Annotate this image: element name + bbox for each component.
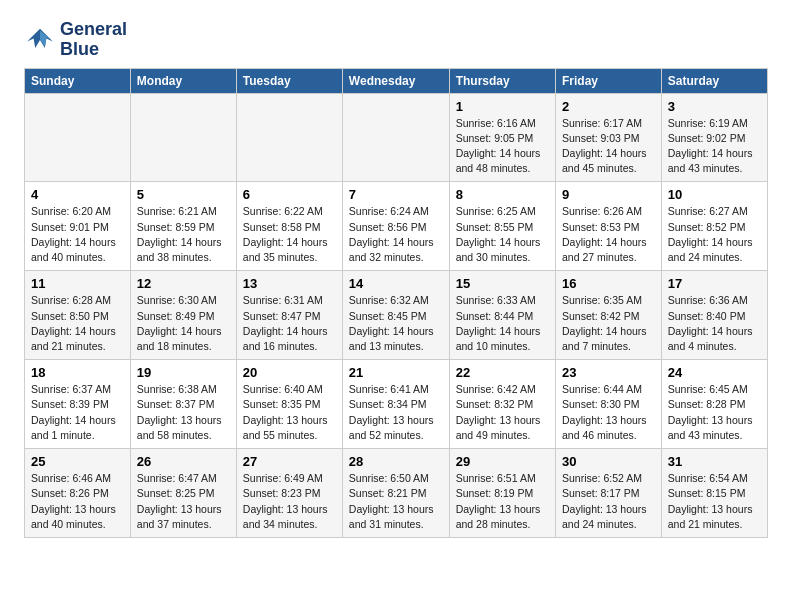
day-detail: Sunrise: 6:45 AM Sunset: 8:28 PM Dayligh… bbox=[668, 382, 761, 443]
day-detail: Sunrise: 6:21 AM Sunset: 8:59 PM Dayligh… bbox=[137, 204, 230, 265]
day-detail: Sunrise: 6:30 AM Sunset: 8:49 PM Dayligh… bbox=[137, 293, 230, 354]
day-detail: Sunrise: 6:16 AM Sunset: 9:05 PM Dayligh… bbox=[456, 116, 549, 177]
day-detail: Sunrise: 6:46 AM Sunset: 8:26 PM Dayligh… bbox=[31, 471, 124, 532]
day-number: 15 bbox=[456, 276, 549, 291]
calendar-cell: 29Sunrise: 6:51 AM Sunset: 8:19 PM Dayli… bbox=[449, 449, 555, 538]
calendar-week-3: 11Sunrise: 6:28 AM Sunset: 8:50 PM Dayli… bbox=[25, 271, 768, 360]
calendar-cell: 10Sunrise: 6:27 AM Sunset: 8:52 PM Dayli… bbox=[661, 182, 767, 271]
day-number: 17 bbox=[668, 276, 761, 291]
calendar-cell: 26Sunrise: 6:47 AM Sunset: 8:25 PM Dayli… bbox=[130, 449, 236, 538]
day-number: 11 bbox=[31, 276, 124, 291]
day-detail: Sunrise: 6:27 AM Sunset: 8:52 PM Dayligh… bbox=[668, 204, 761, 265]
day-detail: Sunrise: 6:24 AM Sunset: 8:56 PM Dayligh… bbox=[349, 204, 443, 265]
logo-text: General Blue bbox=[60, 20, 127, 60]
calendar-cell: 25Sunrise: 6:46 AM Sunset: 8:26 PM Dayli… bbox=[25, 449, 131, 538]
weekday-header-row: SundayMondayTuesdayWednesdayThursdayFrid… bbox=[25, 68, 768, 93]
day-number: 21 bbox=[349, 365, 443, 380]
day-detail: Sunrise: 6:47 AM Sunset: 8:25 PM Dayligh… bbox=[137, 471, 230, 532]
day-number: 1 bbox=[456, 99, 549, 114]
day-detail: Sunrise: 6:26 AM Sunset: 8:53 PM Dayligh… bbox=[562, 204, 655, 265]
day-number: 19 bbox=[137, 365, 230, 380]
weekday-header-monday: Monday bbox=[130, 68, 236, 93]
day-detail: Sunrise: 6:42 AM Sunset: 8:32 PM Dayligh… bbox=[456, 382, 549, 443]
day-detail: Sunrise: 6:17 AM Sunset: 9:03 PM Dayligh… bbox=[562, 116, 655, 177]
weekday-header-thursday: Thursday bbox=[449, 68, 555, 93]
day-number: 12 bbox=[137, 276, 230, 291]
calendar-week-2: 4Sunrise: 6:20 AM Sunset: 9:01 PM Daylig… bbox=[25, 182, 768, 271]
calendar-cell: 14Sunrise: 6:32 AM Sunset: 8:45 PM Dayli… bbox=[342, 271, 449, 360]
calendar-cell: 21Sunrise: 6:41 AM Sunset: 8:34 PM Dayli… bbox=[342, 360, 449, 449]
weekday-header-sunday: Sunday bbox=[25, 68, 131, 93]
day-detail: Sunrise: 6:22 AM Sunset: 8:58 PM Dayligh… bbox=[243, 204, 336, 265]
day-number: 24 bbox=[668, 365, 761, 380]
calendar-cell: 16Sunrise: 6:35 AM Sunset: 8:42 PM Dayli… bbox=[555, 271, 661, 360]
calendar-cell: 18Sunrise: 6:37 AM Sunset: 8:39 PM Dayli… bbox=[25, 360, 131, 449]
day-number: 26 bbox=[137, 454, 230, 469]
day-number: 28 bbox=[349, 454, 443, 469]
calendar-cell bbox=[236, 93, 342, 182]
day-detail: Sunrise: 6:32 AM Sunset: 8:45 PM Dayligh… bbox=[349, 293, 443, 354]
day-number: 6 bbox=[243, 187, 336, 202]
day-detail: Sunrise: 6:37 AM Sunset: 8:39 PM Dayligh… bbox=[31, 382, 124, 443]
day-number: 5 bbox=[137, 187, 230, 202]
calendar-cell: 20Sunrise: 6:40 AM Sunset: 8:35 PM Dayli… bbox=[236, 360, 342, 449]
day-detail: Sunrise: 6:25 AM Sunset: 8:55 PM Dayligh… bbox=[456, 204, 549, 265]
day-detail: Sunrise: 6:41 AM Sunset: 8:34 PM Dayligh… bbox=[349, 382, 443, 443]
day-number: 14 bbox=[349, 276, 443, 291]
weekday-header-tuesday: Tuesday bbox=[236, 68, 342, 93]
calendar-cell: 6Sunrise: 6:22 AM Sunset: 8:58 PM Daylig… bbox=[236, 182, 342, 271]
day-number: 25 bbox=[31, 454, 124, 469]
day-number: 9 bbox=[562, 187, 655, 202]
calendar-cell: 30Sunrise: 6:52 AM Sunset: 8:17 PM Dayli… bbox=[555, 449, 661, 538]
logo: General Blue bbox=[24, 20, 127, 60]
weekday-header-friday: Friday bbox=[555, 68, 661, 93]
calendar-cell: 9Sunrise: 6:26 AM Sunset: 8:53 PM Daylig… bbox=[555, 182, 661, 271]
calendar-cell: 3Sunrise: 6:19 AM Sunset: 9:02 PM Daylig… bbox=[661, 93, 767, 182]
day-number: 27 bbox=[243, 454, 336, 469]
calendar-week-4: 18Sunrise: 6:37 AM Sunset: 8:39 PM Dayli… bbox=[25, 360, 768, 449]
calendar-week-5: 25Sunrise: 6:46 AM Sunset: 8:26 PM Dayli… bbox=[25, 449, 768, 538]
day-number: 3 bbox=[668, 99, 761, 114]
day-number: 18 bbox=[31, 365, 124, 380]
day-detail: Sunrise: 6:19 AM Sunset: 9:02 PM Dayligh… bbox=[668, 116, 761, 177]
calendar-cell: 2Sunrise: 6:17 AM Sunset: 9:03 PM Daylig… bbox=[555, 93, 661, 182]
calendar-cell: 22Sunrise: 6:42 AM Sunset: 8:32 PM Dayli… bbox=[449, 360, 555, 449]
day-detail: Sunrise: 6:40 AM Sunset: 8:35 PM Dayligh… bbox=[243, 382, 336, 443]
day-number: 13 bbox=[243, 276, 336, 291]
calendar-cell: 24Sunrise: 6:45 AM Sunset: 8:28 PM Dayli… bbox=[661, 360, 767, 449]
calendar-cell: 5Sunrise: 6:21 AM Sunset: 8:59 PM Daylig… bbox=[130, 182, 236, 271]
calendar-cell: 17Sunrise: 6:36 AM Sunset: 8:40 PM Dayli… bbox=[661, 271, 767, 360]
calendar-cell: 8Sunrise: 6:25 AM Sunset: 8:55 PM Daylig… bbox=[449, 182, 555, 271]
day-detail: Sunrise: 6:52 AM Sunset: 8:17 PM Dayligh… bbox=[562, 471, 655, 532]
calendar-cell bbox=[342, 93, 449, 182]
day-detail: Sunrise: 6:38 AM Sunset: 8:37 PM Dayligh… bbox=[137, 382, 230, 443]
day-number: 16 bbox=[562, 276, 655, 291]
day-number: 20 bbox=[243, 365, 336, 380]
weekday-header-wednesday: Wednesday bbox=[342, 68, 449, 93]
calendar-cell: 15Sunrise: 6:33 AM Sunset: 8:44 PM Dayli… bbox=[449, 271, 555, 360]
calendar-cell: 27Sunrise: 6:49 AM Sunset: 8:23 PM Dayli… bbox=[236, 449, 342, 538]
day-detail: Sunrise: 6:51 AM Sunset: 8:19 PM Dayligh… bbox=[456, 471, 549, 532]
calendar-cell: 11Sunrise: 6:28 AM Sunset: 8:50 PM Dayli… bbox=[25, 271, 131, 360]
day-number: 2 bbox=[562, 99, 655, 114]
calendar-cell: 19Sunrise: 6:38 AM Sunset: 8:37 PM Dayli… bbox=[130, 360, 236, 449]
calendar-cell: 4Sunrise: 6:20 AM Sunset: 9:01 PM Daylig… bbox=[25, 182, 131, 271]
calendar-table: SundayMondayTuesdayWednesdayThursdayFrid… bbox=[24, 68, 768, 538]
calendar-cell: 31Sunrise: 6:54 AM Sunset: 8:15 PM Dayli… bbox=[661, 449, 767, 538]
logo-icon bbox=[24, 24, 56, 56]
day-detail: Sunrise: 6:28 AM Sunset: 8:50 PM Dayligh… bbox=[31, 293, 124, 354]
calendar-cell bbox=[130, 93, 236, 182]
calendar-cell: 13Sunrise: 6:31 AM Sunset: 8:47 PM Dayli… bbox=[236, 271, 342, 360]
day-number: 30 bbox=[562, 454, 655, 469]
day-number: 7 bbox=[349, 187, 443, 202]
calendar-cell: 1Sunrise: 6:16 AM Sunset: 9:05 PM Daylig… bbox=[449, 93, 555, 182]
day-number: 22 bbox=[456, 365, 549, 380]
calendar-cell bbox=[25, 93, 131, 182]
day-number: 31 bbox=[668, 454, 761, 469]
weekday-header-saturday: Saturday bbox=[661, 68, 767, 93]
day-detail: Sunrise: 6:36 AM Sunset: 8:40 PM Dayligh… bbox=[668, 293, 761, 354]
day-detail: Sunrise: 6:33 AM Sunset: 8:44 PM Dayligh… bbox=[456, 293, 549, 354]
day-number: 8 bbox=[456, 187, 549, 202]
day-number: 29 bbox=[456, 454, 549, 469]
day-detail: Sunrise: 6:44 AM Sunset: 8:30 PM Dayligh… bbox=[562, 382, 655, 443]
